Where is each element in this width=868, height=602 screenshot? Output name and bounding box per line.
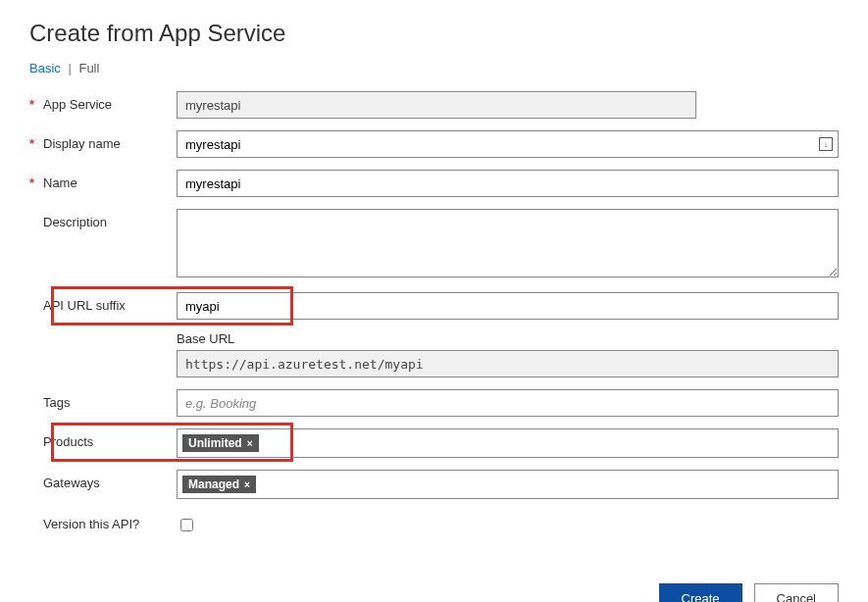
footer-buttons: Create Cancel	[29, 583, 839, 602]
required-marker: *	[29, 176, 43, 190]
base-url-input	[177, 350, 839, 377]
products-chip: Unlimited ×	[181, 433, 260, 453]
version-checkbox[interactable]	[180, 519, 193, 531]
label-gateways: Gateways	[43, 476, 100, 490]
create-form: * App Service * Display name ↓ * Name De	[29, 91, 839, 534]
description-textarea[interactable]	[177, 209, 839, 277]
tab-basic[interactable]: Basic	[29, 61, 61, 75]
required-marker: *	[29, 97, 43, 112]
page-title: Create from App Service	[29, 20, 839, 47]
label-base-url: Base URL	[177, 331, 839, 346]
app-service-input[interactable]	[177, 91, 696, 119]
products-input[interactable]: Unlimited ×	[177, 428, 839, 458]
label-api-url-suffix: API URL suffix	[43, 298, 126, 313]
tabs: Basic | Full	[29, 61, 839, 75]
label-tags: Tags	[43, 395, 70, 410]
tab-separator: |	[68, 61, 71, 75]
gateways-input[interactable]: Managed ×	[177, 470, 839, 499]
gateways-chip: Managed ×	[181, 475, 257, 494]
required-marker: *	[29, 136, 43, 151]
gateways-chip-label: Managed	[188, 477, 239, 491]
label-app-service: App Service	[43, 97, 112, 112]
display-name-input[interactable]	[177, 130, 839, 158]
label-display-name: Display name	[43, 136, 121, 151]
save-icon[interactable]: ↓	[819, 137, 833, 151]
label-name: Name	[43, 176, 77, 190]
label-description: Description	[43, 215, 107, 229]
close-icon[interactable]: ×	[244, 479, 250, 490]
products-chip-label: Unlimited	[188, 436, 242, 450]
cancel-button[interactable]: Cancel	[754, 583, 839, 602]
label-version: Version this API?	[43, 517, 139, 531]
name-input[interactable]	[177, 170, 839, 197]
tab-full[interactable]: Full	[78, 61, 99, 75]
label-products: Products	[43, 434, 93, 449]
api-url-suffix-input[interactable]	[177, 292, 839, 320]
create-button[interactable]: Create	[659, 583, 742, 602]
tags-input[interactable]	[177, 389, 839, 417]
close-icon[interactable]: ×	[247, 438, 253, 449]
